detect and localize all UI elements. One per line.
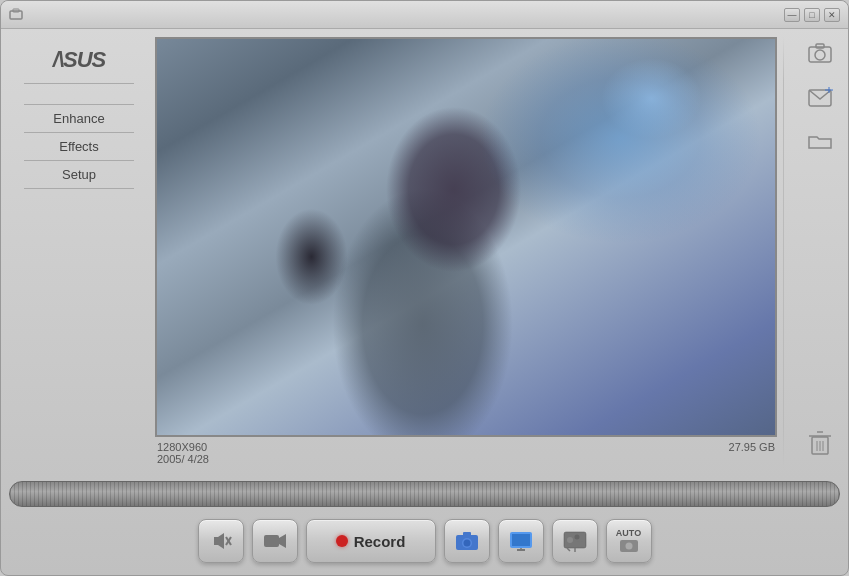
capture-button[interactable] — [804, 37, 836, 69]
svg-marker-14 — [214, 533, 224, 549]
window-controls: — □ ✕ — [784, 8, 840, 22]
sidebar-item-enhance[interactable]: Enhance — [24, 104, 134, 133]
snapshot-icon — [455, 530, 479, 552]
delete-button[interactable] — [804, 427, 836, 459]
effects-button[interactable] — [552, 519, 598, 563]
title-bar: — □ ✕ — [1, 1, 848, 29]
sidebar: /\SUS Enhance Effects Setup — [9, 37, 149, 469]
screen-icon — [509, 530, 533, 552]
snapshot-button[interactable] — [444, 519, 490, 563]
asus-logo: /\SUS — [24, 47, 134, 84]
main-window: — □ ✕ /\SUS Enhance Effects Setup — [0, 0, 849, 576]
video-preview — [155, 37, 777, 437]
svg-rect-22 — [463, 532, 471, 536]
right-divider — [783, 37, 784, 469]
svg-rect-4 — [816, 44, 824, 48]
video-feed — [157, 39, 775, 435]
effects-icon — [563, 530, 587, 552]
svg-rect-24 — [512, 534, 530, 546]
email-button[interactable] — [804, 81, 836, 113]
main-content: /\SUS Enhance Effects Setup 1280X960 200… — [1, 29, 848, 477]
sidebar-item-setup[interactable]: Setup — [24, 161, 134, 189]
folder-button[interactable] — [804, 125, 836, 157]
svg-point-30 — [577, 541, 583, 547]
svg-point-21 — [463, 540, 470, 547]
video-date: 2005/ 4/28 — [157, 453, 209, 465]
sidebar-item-effects[interactable]: Effects — [24, 133, 134, 161]
svg-rect-17 — [264, 535, 279, 547]
video-camera-button[interactable] — [252, 519, 298, 563]
right-side — [783, 37, 840, 469]
center-area: 1280X960 2005/ 4/28 27.95 GB — [155, 37, 777, 469]
svg-point-34 — [625, 543, 632, 550]
video-camera-icon — [263, 531, 287, 551]
video-info: 1280X960 2005/ 4/28 27.95 GB — [155, 437, 777, 469]
video-storage: 27.95 GB — [729, 441, 775, 465]
auto-button[interactable]: AUTO — [606, 519, 652, 563]
right-panel — [790, 37, 840, 469]
record-label: Record — [354, 533, 406, 550]
controls-bar: Record — [9, 515, 840, 567]
bottom-area: Record — [1, 477, 848, 575]
record-dot — [336, 535, 348, 547]
svg-line-31 — [567, 548, 570, 551]
svg-marker-18 — [279, 534, 286, 548]
screen-button[interactable] — [498, 519, 544, 563]
speaker-bar — [9, 481, 840, 507]
record-button[interactable]: Record — [306, 519, 436, 563]
auto-icon: AUTO — [616, 529, 641, 553]
svg-point-29 — [574, 535, 579, 540]
sidebar-menu: Enhance Effects Setup — [24, 104, 134, 189]
maximize-button[interactable]: □ — [804, 8, 820, 22]
video-overlay — [157, 39, 775, 435]
video-resolution: 1280X960 — [157, 441, 209, 453]
svg-point-28 — [567, 537, 573, 543]
video-info-left: 1280X960 2005/ 4/28 — [157, 441, 209, 465]
svg-point-3 — [815, 50, 825, 60]
app-icon — [9, 8, 23, 22]
minimize-button[interactable]: — — [784, 8, 800, 22]
mute-icon — [210, 530, 232, 552]
close-button[interactable]: ✕ — [824, 8, 840, 22]
auto-label: AUTO — [616, 529, 641, 538]
mute-button[interactable] — [198, 519, 244, 563]
